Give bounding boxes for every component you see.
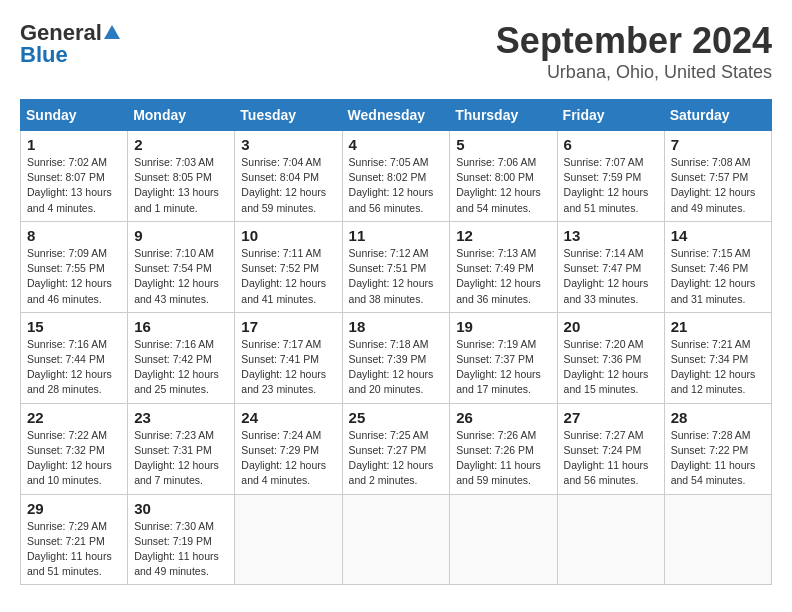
day-cell: 19 Sunrise: 7:19 AM Sunset: 7:37 PM Dayl… xyxy=(450,312,557,403)
table-row: 15 Sunrise: 7:16 AM Sunset: 7:44 PM Dayl… xyxy=(21,312,772,403)
day-cell: 2 Sunrise: 7:03 AM Sunset: 8:05 PM Dayli… xyxy=(128,131,235,222)
day-cell: 28 Sunrise: 7:28 AM Sunset: 7:22 PM Dayl… xyxy=(664,403,771,494)
logo-blue-text: Blue xyxy=(20,42,68,67)
day-cell: 24 Sunrise: 7:24 AM Sunset: 7:29 PM Dayl… xyxy=(235,403,342,494)
day-cell: 13 Sunrise: 7:14 AM Sunset: 7:47 PM Dayl… xyxy=(557,221,664,312)
page-subtitle: Urbana, Ohio, United States xyxy=(496,62,772,83)
day-cell: 3 Sunrise: 7:04 AM Sunset: 8:04 PM Dayli… xyxy=(235,131,342,222)
page-title: September 2024 xyxy=(496,20,772,62)
title-block: September 2024 Urbana, Ohio, United Stat… xyxy=(496,20,772,83)
day-cell: 25 Sunrise: 7:25 AM Sunset: 7:27 PM Dayl… xyxy=(342,403,450,494)
day-cell: 1 Sunrise: 7:02 AM Sunset: 8:07 PM Dayli… xyxy=(21,131,128,222)
day-cell: 5 Sunrise: 7:06 AM Sunset: 8:00 PM Dayli… xyxy=(450,131,557,222)
calendar-table: Sunday Monday Tuesday Wednesday Thursday… xyxy=(20,99,772,585)
table-row: 1 Sunrise: 7:02 AM Sunset: 8:07 PM Dayli… xyxy=(21,131,772,222)
day-cell: 16 Sunrise: 7:16 AM Sunset: 7:42 PM Dayl… xyxy=(128,312,235,403)
col-tuesday: Tuesday xyxy=(235,100,342,131)
day-cell: 30 Sunrise: 7:30 AM Sunset: 7:19 PM Dayl… xyxy=(128,494,235,585)
day-cell: 23 Sunrise: 7:23 AM Sunset: 7:31 PM Dayl… xyxy=(128,403,235,494)
logo-icon xyxy=(103,20,121,46)
day-cell: 6 Sunrise: 7:07 AM Sunset: 7:59 PM Dayli… xyxy=(557,131,664,222)
page-header: General Blue September 2024 Urbana, Ohio… xyxy=(20,20,772,83)
empty-cell xyxy=(664,494,771,585)
col-saturday: Saturday xyxy=(664,100,771,131)
col-friday: Friday xyxy=(557,100,664,131)
day-cell: 15 Sunrise: 7:16 AM Sunset: 7:44 PM Dayl… xyxy=(21,312,128,403)
day-cell: 22 Sunrise: 7:22 AM Sunset: 7:32 PM Dayl… xyxy=(21,403,128,494)
day-cell: 8 Sunrise: 7:09 AM Sunset: 7:55 PM Dayli… xyxy=(21,221,128,312)
empty-cell xyxy=(450,494,557,585)
table-row: 8 Sunrise: 7:09 AM Sunset: 7:55 PM Dayli… xyxy=(21,221,772,312)
empty-cell xyxy=(235,494,342,585)
day-cell: 9 Sunrise: 7:10 AM Sunset: 7:54 PM Dayli… xyxy=(128,221,235,312)
day-cell: 17 Sunrise: 7:17 AM Sunset: 7:41 PM Dayl… xyxy=(235,312,342,403)
table-row: 22 Sunrise: 7:22 AM Sunset: 7:32 PM Dayl… xyxy=(21,403,772,494)
day-cell: 27 Sunrise: 7:27 AM Sunset: 7:24 PM Dayl… xyxy=(557,403,664,494)
col-wednesday: Wednesday xyxy=(342,100,450,131)
calendar-header-row: Sunday Monday Tuesday Wednesday Thursday… xyxy=(21,100,772,131)
day-cell: 10 Sunrise: 7:11 AM Sunset: 7:52 PM Dayl… xyxy=(235,221,342,312)
table-row: 29 Sunrise: 7:29 AM Sunset: 7:21 PM Dayl… xyxy=(21,494,772,585)
day-cell: 18 Sunrise: 7:18 AM Sunset: 7:39 PM Dayl… xyxy=(342,312,450,403)
empty-cell xyxy=(342,494,450,585)
day-cell: 26 Sunrise: 7:26 AM Sunset: 7:26 PM Dayl… xyxy=(450,403,557,494)
day-cell: 20 Sunrise: 7:20 AM Sunset: 7:36 PM Dayl… xyxy=(557,312,664,403)
day-cell: 4 Sunrise: 7:05 AM Sunset: 8:02 PM Dayli… xyxy=(342,131,450,222)
day-cell: 12 Sunrise: 7:13 AM Sunset: 7:49 PM Dayl… xyxy=(450,221,557,312)
day-cell: 7 Sunrise: 7:08 AM Sunset: 7:57 PM Dayli… xyxy=(664,131,771,222)
day-cell: 11 Sunrise: 7:12 AM Sunset: 7:51 PM Dayl… xyxy=(342,221,450,312)
day-cell: 29 Sunrise: 7:29 AM Sunset: 7:21 PM Dayl… xyxy=(21,494,128,585)
logo: General Blue xyxy=(20,20,122,68)
day-cell: 21 Sunrise: 7:21 AM Sunset: 7:34 PM Dayl… xyxy=(664,312,771,403)
empty-cell xyxy=(557,494,664,585)
col-thursday: Thursday xyxy=(450,100,557,131)
col-monday: Monday xyxy=(128,100,235,131)
svg-marker-0 xyxy=(104,25,120,39)
col-sunday: Sunday xyxy=(21,100,128,131)
day-cell: 14 Sunrise: 7:15 AM Sunset: 7:46 PM Dayl… xyxy=(664,221,771,312)
